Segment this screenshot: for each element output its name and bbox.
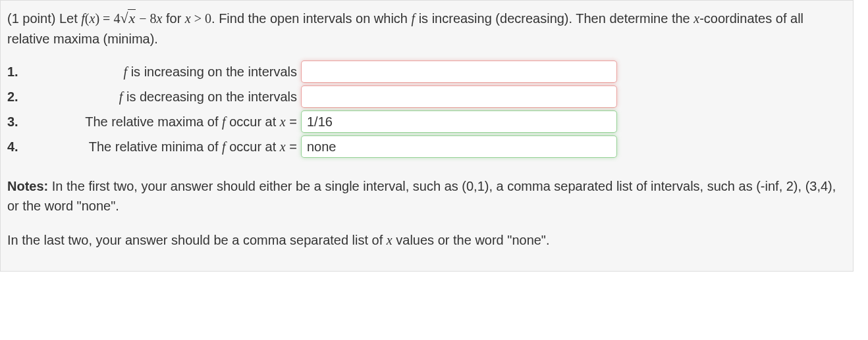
list-item: 4. The relative minima of f occur at x = [7, 135, 846, 158]
item-number: 2. [7, 87, 27, 107]
list-item: 1. f is increasing on the intervals [7, 61, 846, 83]
equals: = 4√x − 8x [99, 11, 162, 26]
item-label: f is increasing on the intervals [27, 62, 301, 82]
x-italic: x [280, 114, 286, 129]
question-text: (1 point) Let f(x) = 4√x − 8x for x > 0.… [7, 7, 846, 49]
answer-input-3[interactable] [301, 110, 617, 133]
answer-input-4[interactable] [301, 135, 617, 158]
item-number: 3. [7, 112, 27, 132]
points-prefix: (1 point) Let [7, 11, 81, 26]
for-text: for [162, 11, 184, 26]
item-number: 4. [7, 137, 27, 157]
notes-label: Notes: [7, 179, 48, 193]
notes-p2: In the last two, your answer should be a… [7, 230, 846, 250]
x-italic: x [280, 139, 286, 154]
after2: is increasing (decreasing). Then determi… [415, 11, 693, 26]
answer-input-2[interactable] [301, 85, 617, 108]
answer-list: 1. f is increasing on the intervals 2. f… [7, 61, 846, 158]
item-label: f is decreasing on the intervals [27, 87, 301, 107]
x-italic: x [387, 233, 393, 247]
x-ref: x [693, 11, 699, 26]
list-item: 2. f is decreasing on the intervals [7, 85, 846, 108]
item-label: The relative maxima of f occur at x = [27, 112, 301, 132]
condition: x > 0 [185, 11, 211, 26]
notes-section: Notes: In the first two, your answer sho… [7, 176, 846, 250]
after1: . Find the open intervals on which [211, 11, 412, 26]
function-fx: f(x) [81, 11, 99, 26]
problem-container: (1 point) Let f(x) = 4√x − 8x for x > 0.… [0, 0, 854, 272]
answer-input-1[interactable] [301, 61, 617, 83]
notes-p1: Notes: In the first two, your answer sho… [7, 176, 846, 216]
item-label: The relative minima of f occur at x = [27, 137, 301, 157]
item-number: 1. [7, 62, 27, 82]
list-item: 3. The relative maxima of f occur at x = [7, 110, 846, 133]
